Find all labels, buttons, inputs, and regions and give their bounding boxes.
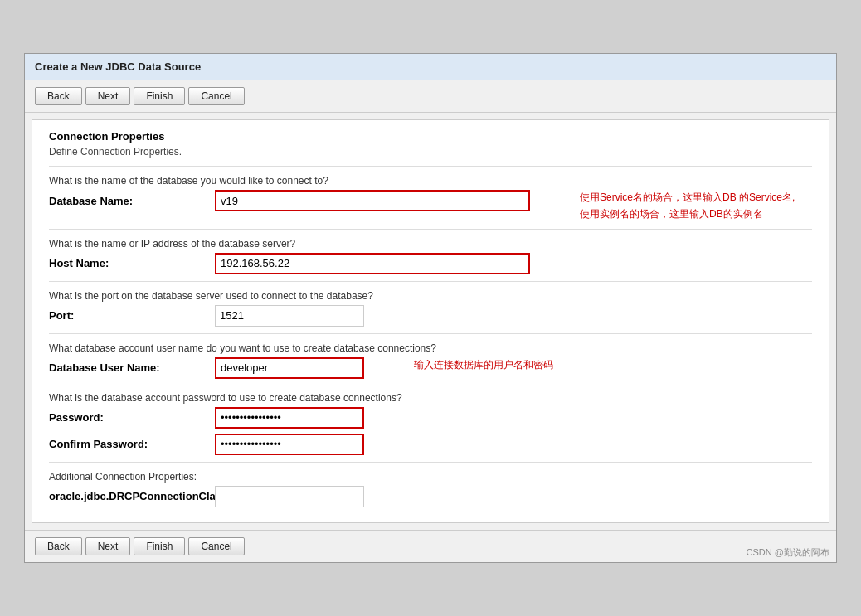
back-button-top[interactable]: Back [35,87,82,105]
host-name-section: What is the name or IP address of the da… [49,238,812,274]
confirm-password-input[interactable] [215,434,364,455]
password-section: What is the database account password to… [49,392,812,429]
drcp-section: oracle.jdbc.DRCPConnectionClass: [49,486,812,507]
dialog-window: Create a New JDBC Data Source Back Next … [24,53,837,562]
watermark: CSDN @勤说的阿布 [747,546,829,559]
db-user-annotation: 输入连接数据库的用户名和密码 [414,357,553,373]
db-user-field-row: Database User Name: [49,357,364,379]
database-name-question: What is the name of the database you wou… [49,175,812,187]
confirm-password-field-row: Confirm Password: [49,434,812,455]
section-title: Connection Properties [49,130,812,143]
drcp-label: oracle.jdbc.DRCPConnectionClass: [49,490,215,502]
back-button-bottom[interactable]: Back [35,537,82,555]
database-name-field-row: Database Name: [49,190,530,211]
finish-button-bottom[interactable]: Finish [134,537,185,555]
confirm-password-section: Confirm Password: [49,434,812,455]
cancel-button-top[interactable]: Cancel [188,87,244,105]
drcp-input[interactable] [215,486,364,507]
db-user-section: What database account user name do you w… [49,342,812,384]
confirm-password-label: Confirm Password: [49,438,215,450]
database-name-label: Database Name: [49,195,215,207]
main-content: Connection Properties Define Connection … [32,119,829,522]
drcp-field-row: oracle.jdbc.DRCPConnectionClass: [49,486,812,507]
bottom-toolbar: Back Next Finish Cancel [25,530,836,562]
next-button-top[interactable]: Next [85,87,131,105]
database-name-input[interactable] [215,190,530,211]
host-name-field-row: Host Name: [49,253,812,274]
database-name-row: Database Name: 使用Service名的场合，这里输入DB 的Ser… [49,190,812,221]
password-field-row: Password: [49,407,812,429]
password-input[interactable] [215,407,364,429]
database-name-annotation: 使用Service名的场合，这里输入DB 的Service名, 使用实例名的场合… [580,190,795,221]
additional-section: Additional Connection Properties: [49,471,812,483]
db-user-question: What database account user name do you w… [49,342,812,354]
finish-button-top[interactable]: Finish [134,87,185,105]
password-label: Password: [49,411,215,424]
section-subtitle: Define Connection Properties. [49,146,812,158]
cancel-button-bottom[interactable]: Cancel [188,537,244,555]
db-user-input[interactable] [215,357,364,379]
port-label: Port: [49,309,215,322]
port-section: What is the port on the database server … [49,290,812,327]
password-question: What is the database account password to… [49,392,812,404]
host-name-question: What is the name or IP address of the da… [49,238,812,250]
db-user-row: Database User Name: 输入连接数据库的用户名和密码 [49,357,812,384]
host-name-input[interactable] [215,253,530,274]
port-input[interactable] [215,305,364,327]
additional-label: Additional Connection Properties: [49,471,812,483]
top-toolbar: Back Next Finish Cancel [25,80,836,113]
db-user-label: Database User Name: [49,361,215,374]
port-question: What is the port on the database server … [49,290,812,302]
host-name-label: Host Name: [49,257,215,269]
database-name-section: What is the name of the database you wou… [49,175,812,221]
port-field-row: Port: [49,305,812,327]
dialog-title: Create a New JDBC Data Source [25,54,836,80]
next-button-bottom[interactable]: Next [85,537,131,555]
